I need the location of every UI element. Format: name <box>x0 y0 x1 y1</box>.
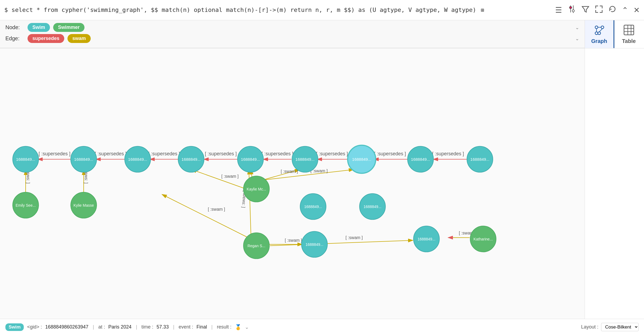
gid-label: <gid> : <box>27 324 42 330</box>
filter-icon[interactable] <box>581 5 589 15</box>
svg-text:[ :supersedes ]: [ :supersedes ] <box>205 151 237 156</box>
svg-text:[ :supersedes ]: [ :supersedes ] <box>148 151 180 156</box>
toolbar-icons: ☰ <box>555 5 640 15</box>
svg-text:1688849...: 1688849... <box>16 157 35 162</box>
edge-legend-arrow[interactable]: ⌄ <box>575 36 579 42</box>
svg-text:1688849...: 1688849... <box>304 205 322 209</box>
result-medal: 🥇 <box>235 324 242 330</box>
svg-point-11 <box>595 32 598 35</box>
svg-text:[ :swam ]: [ :swam ] <box>285 238 302 243</box>
view-toggle-panel: Graph Table <box>585 20 644 48</box>
svg-line-14 <box>599 29 602 32</box>
legend-view-row: Node: Swim Swimmer ⌄ Edge: supersedes sw… <box>0 20 644 48</box>
expand-icon[interactable] <box>595 5 603 15</box>
legend-section: Node: Swim Swimmer ⌄ Edge: supersedes sw… <box>0 20 585 48</box>
node-legend-arrow[interactable]: ⌄ <box>575 25 579 31</box>
svg-point-1 <box>572 10 574 12</box>
svg-text:1688849...: 1688849... <box>418 237 435 241</box>
swimmer-node-badge[interactable]: Swimmer <box>53 23 84 32</box>
svg-text:[ :swam ]: [ :swam ] <box>208 207 225 212</box>
svg-text:1688849...: 1688849... <box>364 205 381 209</box>
node-legend-row: Node: Swim Swimmer ⌄ <box>5 23 579 32</box>
close-icon[interactable]: ✕ <box>633 6 640 15</box>
svg-rect-15 <box>624 25 634 35</box>
graph-filter-icon[interactable] <box>567 5 576 15</box>
svg-text:Regan S...: Regan S... <box>248 244 265 248</box>
svg-text:1688849...: 1688849... <box>352 157 371 162</box>
svg-text:1688849...: 1688849... <box>296 157 315 162</box>
svg-point-9 <box>601 26 604 29</box>
refresh-icon[interactable] <box>608 5 616 15</box>
time-label: time : <box>141 324 153 330</box>
svg-text:Emily See...: Emily See... <box>16 203 36 207</box>
status-bar: Swim <gid> : 1688849860263947 | at : Par… <box>0 319 644 335</box>
layout-label: Layout : <box>581 324 598 330</box>
svg-text:1688849...: 1688849... <box>182 157 201 162</box>
svg-text:1688849...: 1688849... <box>411 157 430 162</box>
graph-view-btn[interactable]: Graph <box>585 20 614 48</box>
svg-text:1688849...: 1688849... <box>74 157 93 162</box>
node-label: Node: <box>5 24 24 31</box>
swim-status-badge[interactable]: Swim <box>5 323 24 331</box>
result-label: result : <box>217 324 232 330</box>
swim-node-badge[interactable]: Swim <box>28 23 50 32</box>
swam-edge-badge[interactable]: swam <box>67 34 91 43</box>
svg-text:[ :swam ]: [ :swam ] <box>221 174 239 179</box>
graph-svg: [ :supersedes ] [ :supersedes ] [ :super… <box>0 48 585 319</box>
toolbar: $ select * from cypher('swimming_graph',… <box>0 0 644 20</box>
svg-text:1688849...: 1688849... <box>470 157 490 162</box>
graph-container[interactable]: [ :supersedes ] [ :supersedes ] [ :super… <box>0 48 585 319</box>
svg-marker-7 <box>582 6 589 12</box>
svg-point-10 <box>598 32 601 35</box>
at-label: at : <box>98 324 105 330</box>
edge-legend-row: Edge: supersedes swam ⌄ <box>5 34 579 43</box>
layout-select[interactable]: Cose-Bilkent Dagre Cola Grid Circle Conc… <box>601 323 639 331</box>
svg-text:[ :supersedes ]: [ :supersedes ] <box>39 151 70 156</box>
edge-label: Edge: <box>5 35 24 42</box>
time-value: 57.33 <box>157 324 169 330</box>
copy-icon[interactable]: ⊞ <box>481 7 484 13</box>
event-label: event : <box>179 324 193 330</box>
svg-text:[ :supersedes ]: [ :supersedes ] <box>374 151 406 156</box>
svg-text:[ :supersedes ]: [ :supersedes ] <box>95 151 127 156</box>
event-value: Final <box>196 324 207 330</box>
supersedes-edge-badge[interactable]: supersedes <box>28 34 64 43</box>
svg-text:1688849...: 1688849... <box>128 157 147 162</box>
svg-text:Kaylie Mc...: Kaylie Mc... <box>247 187 266 191</box>
chevron-up-icon[interactable]: ⌃ <box>622 6 628 15</box>
svg-text:[ :supersedes ]: [ :supersedes ] <box>316 151 348 156</box>
at-value: Paris 2024 <box>108 324 131 330</box>
gid-value: 1688849860263947 <box>45 324 88 330</box>
svg-text:[ :supersedes ]: [ :supersedes ] <box>432 151 464 156</box>
svg-text:1688849...: 1688849... <box>241 157 260 162</box>
graph-view-label: Graph <box>591 38 607 44</box>
status-chevron[interactable]: ⌄ <box>245 324 249 330</box>
query-text: $ select * from cypher('swimming_graph',… <box>4 6 550 14</box>
layout-section: Layout : Cose-Bilkent Dagre Cola Grid Ci… <box>581 323 639 331</box>
main-container: $ select * from cypher('swimming_graph',… <box>0 0 644 335</box>
content-row: [ :supersedes ] [ :supersedes ] [ :super… <box>0 48 644 319</box>
svg-point-6 <box>570 6 572 9</box>
query-content: $ select * from cypher('swimming_graph',… <box>4 6 476 13</box>
svg-text:Katharine...: Katharine... <box>473 237 493 241</box>
svg-text:[ :supersedes ]: [ :supersedes ] <box>262 151 293 156</box>
svg-text:1688849...: 1688849... <box>306 242 323 247</box>
table-view-btn[interactable]: Table <box>615 20 644 48</box>
svg-text:Kylie Masse: Kylie Masse <box>73 203 94 207</box>
right-side-panel <box>585 48 644 319</box>
table-view-label: Table <box>622 38 636 44</box>
svg-text:[ :swam ]: [ :swam ] <box>281 169 298 174</box>
svg-text:[ :swam ]: [ :swam ] <box>345 235 363 240</box>
menu-icon[interactable]: ☰ <box>555 6 562 15</box>
svg-point-8 <box>595 26 598 29</box>
